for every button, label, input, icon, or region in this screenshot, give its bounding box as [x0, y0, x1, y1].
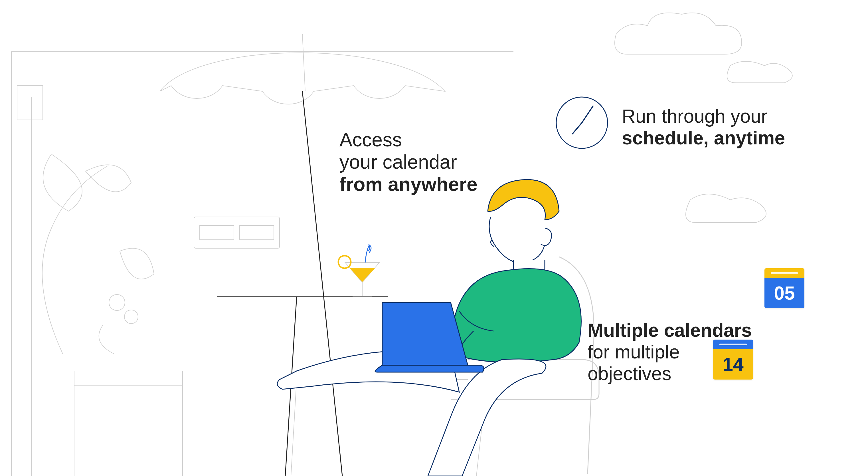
- window-unit-icon: [194, 217, 280, 248]
- clock-icon: [556, 97, 608, 148]
- calendar-badge-blue-day: 05: [765, 278, 804, 308]
- umbrella-icon: [160, 34, 445, 476]
- svg-rect-7: [200, 226, 234, 240]
- svg-point-17: [338, 256, 351, 268]
- caption-schedule: Run through your schedule, anytime: [622, 106, 785, 149]
- svg-line-19: [291, 380, 297, 476]
- calendar-badge-blue: 05: [765, 268, 804, 308]
- plant-icon: [42, 154, 154, 354]
- caption-access-line2: your calendar: [339, 151, 477, 173]
- svg-point-9: [109, 295, 125, 310]
- svg-rect-6: [194, 217, 280, 248]
- caption-schedule-line2: schedule, anytime: [622, 127, 785, 149]
- calendar-badge-blue-binding: [765, 268, 804, 278]
- cocktail-icon: [338, 245, 379, 296]
- svg-line-22: [572, 123, 582, 134]
- caption-access-line1: Access: [339, 128, 477, 151]
- caption-schedule-line1: Run through your: [622, 106, 785, 127]
- caption-access: Access your calendar from anywhere: [339, 128, 477, 196]
- background-illustration: [0, 0, 868, 476]
- svg-line-4: [302, 91, 342, 476]
- caption-multiple-line1: Multiple calendars: [588, 320, 752, 341]
- calendar-badge-yellow: 14: [713, 339, 753, 380]
- svg-rect-11: [74, 371, 183, 476]
- svg-line-5: [302, 34, 305, 91]
- planter-icon: [74, 371, 183, 476]
- calendar-badge-yellow-day: 14: [713, 349, 753, 380]
- svg-point-10: [124, 310, 138, 324]
- caption-access-line3: from anywhere: [339, 173, 477, 195]
- svg-line-21: [582, 106, 593, 123]
- calendar-badge-yellow-binding: [713, 339, 753, 349]
- svg-rect-3: [17, 86, 43, 120]
- svg-rect-8: [240, 226, 274, 240]
